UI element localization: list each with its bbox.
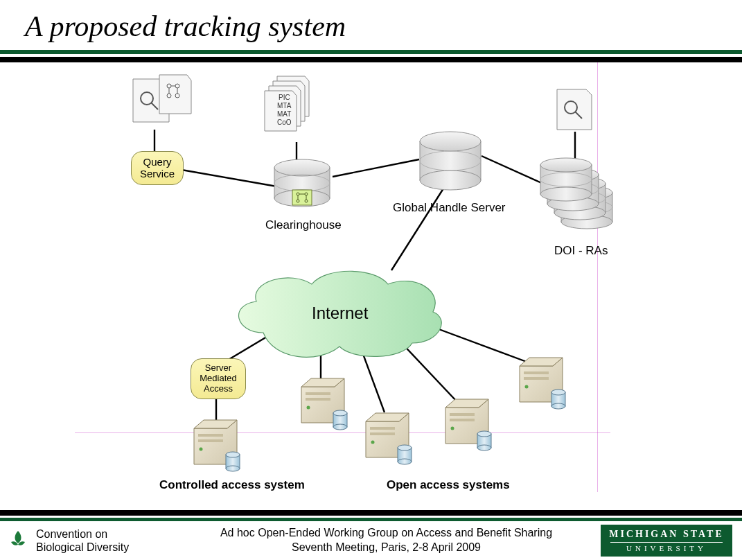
clearinghouse-docs-icon: PIC MTA MAT CoO [265,75,330,144]
svg-line-2 [333,159,419,177]
server-mediated-access-node: ServerMediatedAccess [191,358,246,399]
controlled-server-icon [188,414,251,477]
svg-text:MTA: MTA [277,102,292,110]
svg-rect-79 [450,419,475,421]
msu-line1: MICHIGAN STATE [609,529,724,540]
clearinghouse-label: Clearinghouse [265,218,342,232]
query-docs-icon [129,75,191,134]
svg-point-64 [226,466,240,471]
svg-rect-84 [524,371,549,374]
diagram-canvas: QueryService PIC MTA MAT CoO Clearinghou… [0,62,742,492]
slide-title: A proposed tracking system [0,0,742,50]
svg-point-74 [371,441,375,444]
footer-center: Ad hoc Open-Ended Working Group on Acces… [172,526,601,555]
query-service-node: QueryService [131,151,184,185]
svg-text:PIC: PIC [279,94,290,101]
svg-point-57 [540,187,592,201]
svg-point-77 [398,445,412,450]
svg-rect-72 [370,427,395,430]
footer-center-line2: Seventh Meeting, Paris, 2-8 April 2009 [172,541,601,555]
controlled-access-label: Controlled access system [159,478,305,492]
svg-rect-78 [450,413,475,416]
svg-text:CoO: CoO [277,119,292,126]
ghs-db-icon [416,132,485,194]
footer-left-line2: Biological Diversity [36,541,129,554]
svg-rect-73 [370,432,395,435]
svg-point-40 [420,132,481,151]
open-access-label: Open access systems [387,478,510,492]
footer-left: Convention on Biological Diversity [6,527,172,554]
svg-point-58 [540,158,592,172]
rule-black-top [0,57,742,62]
ghs-label: Global Handle Server [393,201,506,215]
svg-point-82 [477,445,491,450]
svg-point-62 [200,448,203,451]
svg-rect-85 [524,377,549,380]
svg-point-80 [451,427,454,430]
svg-rect-60 [198,434,223,437]
cbd-logo-icon [6,528,30,553]
svg-point-65 [226,452,240,457]
open-server-3-icon [440,394,502,456]
internet-label: Internet [312,304,368,323]
svg-point-83 [477,431,491,437]
clearinghouse-db-icon [272,159,333,209]
svg-point-86 [525,385,529,389]
slide-footer: Convention on Biological Diversity Ad ho… [0,510,742,560]
footer-left-line1: Convention on [36,527,129,541]
svg-rect-61 [198,439,223,442]
doi-ras-db-icon [540,159,624,243]
svg-point-89 [551,390,565,395]
doi-doc-icon [554,87,596,135]
svg-point-71 [333,410,347,416]
svg-point-76 [398,459,412,464]
svg-text:MAT: MAT [277,110,291,118]
msu-line2: UNIVERSITY [626,544,707,552]
svg-point-88 [551,403,565,409]
svg-point-39 [420,170,481,190]
svg-point-70 [333,424,347,430]
svg-rect-67 [306,398,330,401]
open-server-2-icon [360,408,423,470]
svg-rect-66 [306,392,330,395]
open-server-4-icon [514,352,576,414]
open-server-1-icon [296,373,358,435]
svg-point-28 [274,159,330,176]
svg-rect-30 [292,190,312,205]
msu-logo: MICHIGAN STATE UNIVERSITY [601,525,732,557]
svg-point-68 [307,406,310,410]
footer-center-line1: Ad hoc Open-Ended Working Group on Acces… [172,526,601,541]
svg-line-1 [182,170,281,187]
doi-ras-label: DOI - RAs [554,244,608,258]
